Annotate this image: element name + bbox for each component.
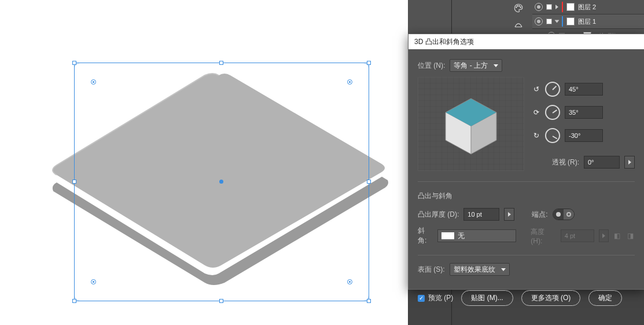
rotate-x-value[interactable]: 45° — [565, 83, 603, 96]
check-icon: ✓ — [418, 295, 425, 302]
resize-handle[interactable] — [72, 299, 76, 303]
resize-handle[interactable] — [219, 61, 223, 65]
ok-button[interactable]: 确定 — [588, 290, 622, 306]
rotate-z-dial[interactable] — [545, 128, 560, 143]
surface-section: 表面 (S): 塑料效果底纹 — [418, 255, 635, 277]
svg-point-2 — [519, 6, 520, 7]
cap-toggle[interactable] — [553, 209, 575, 220]
panel-icon-strip — [509, 0, 530, 32]
resize-handle[interactable] — [72, 180, 76, 184]
3d-rotation-preview[interactable] — [418, 77, 524, 171]
preview-cube-icon — [436, 89, 506, 159]
rotate-x-dial[interactable] — [545, 82, 560, 97]
extrude-section-title: 凸出与斜角 — [418, 191, 452, 201]
rotate-z-value[interactable]: -30° — [565, 129, 603, 142]
rotate-y-value[interactable]: 35° — [565, 106, 603, 119]
position-label: 位置 (N): — [418, 61, 445, 71]
position-select[interactable]: 等角 - 上方 — [450, 59, 502, 72]
rotate-y-dial[interactable] — [545, 105, 560, 120]
extrude-depth-label: 凸出厚度 (D): — [418, 210, 459, 220]
corner-radius-anchor[interactable] — [347, 79, 352, 85]
bevel-in-icon: ◧ — [613, 231, 622, 240]
position-row: 位置 (N): 等角 - 上方 — [418, 57, 635, 74]
resize-handle[interactable] — [72, 61, 76, 65]
bevel-height-stepper — [599, 229, 609, 242]
palette-icon[interactable] — [509, 0, 528, 16]
perspective-label: 透视 (R): — [552, 158, 579, 167]
map-art-button[interactable]: 贴图 (M)... — [461, 290, 513, 306]
rotate-x-row: ↺ 45° — [532, 82, 635, 97]
layer-thumbnail — [566, 3, 575, 11]
shape-tool-icon[interactable] — [509, 16, 528, 32]
corner-radius-anchor[interactable] — [347, 279, 352, 284]
preview-checkbox[interactable]: ✓ 预览 (P) — [418, 293, 453, 303]
perspective-stepper[interactable] — [624, 156, 635, 169]
rotate-horizontal-icon: ↺ — [532, 85, 540, 93]
corner-radius-anchor[interactable] — [91, 79, 96, 85]
bevel-height-group: 高度 (H): 4 pt ◧ ◨ — [531, 227, 635, 245]
selection-indicator — [546, 19, 552, 24]
surface-value: 塑料效果底纹 — [454, 265, 495, 275]
layer-name: 图层 2 — [578, 3, 596, 12]
chevron-down-icon — [494, 64, 498, 67]
svg-point-1 — [517, 6, 518, 7]
layer-row[interactable]: 图层 2 — [532, 0, 644, 14]
visibility-toggle-icon[interactable] — [535, 17, 543, 25]
bevel-label: 斜角: — [418, 226, 433, 246]
rotate-y-row: ⟳ 35° — [532, 105, 635, 120]
dialog-title: 3D 凸出和斜角选项 — [414, 37, 474, 47]
bevel-select[interactable]: 无 — [437, 229, 516, 242]
svg-point-0 — [516, 7, 517, 8]
bevel-value: 无 — [458, 231, 465, 241]
collapse-icon[interactable] — [555, 20, 560, 23]
preview-label: 预览 (P) — [428, 293, 453, 303]
selection-indicator — [546, 4, 552, 10]
chevron-down-icon — [501, 268, 506, 271]
resize-handle[interactable] — [367, 299, 371, 303]
artboard[interactable] — [0, 0, 408, 325]
bevel-height-label: 高度 (H): — [531, 227, 556, 245]
cap-label: 端点: — [532, 210, 547, 220]
svg-point-3 — [520, 7, 521, 8]
surface-label: 表面 (S): — [418, 265, 445, 275]
surface-select[interactable]: 塑料效果底纹 — [450, 263, 510, 276]
rotate-vertical-icon: ⟳ — [532, 108, 540, 116]
resize-handle[interactable] — [367, 61, 371, 65]
extrude-depth-input[interactable]: 10 pt — [463, 208, 499, 221]
resize-handle[interactable] — [367, 180, 371, 184]
layer-thumbnail — [566, 17, 575, 25]
expand-icon[interactable] — [555, 5, 558, 9]
dialog-titlebar[interactable]: 3D 凸出和斜角选项 — [409, 34, 644, 49]
cap-solid-option[interactable] — [553, 209, 564, 220]
visibility-toggle-icon[interactable] — [535, 3, 543, 11]
perspective-value[interactable]: 0° — [584, 156, 620, 169]
layer-color-bar — [562, 16, 563, 27]
selection-bounding-box[interactable] — [74, 63, 369, 301]
bevel-out-icon: ◨ — [626, 231, 635, 240]
3d-extrude-bevel-dialog[interactable]: 3D 凸出和斜角选项 位置 (N): 等角 - 上方 — [408, 34, 644, 290]
layer-color-bar — [562, 2, 563, 12]
dialog-button-row: ✓ 预览 (P) 贴图 (M)... 更多选项 (O) 确定 — [418, 290, 635, 306]
corner-radius-anchor[interactable] — [91, 279, 96, 284]
extrude-bevel-section: 凸出与斜角 凸出厚度 (D): 10 pt 端点: 斜角: 无 — [418, 181, 635, 246]
more-options-button[interactable]: 更多选项 (O) — [521, 290, 581, 306]
layer-row[interactable]: 图层 1 — [532, 14, 644, 29]
rotate-z-icon: ↻ — [532, 132, 540, 140]
cap-hollow-option[interactable] — [564, 209, 574, 220]
position-value: 等角 - 上方 — [454, 61, 488, 71]
resize-handle[interactable] — [219, 299, 223, 303]
extrude-depth-stepper[interactable] — [504, 208, 514, 221]
rotate-z-row: ↻ -30° — [532, 128, 635, 143]
selection-center — [219, 180, 223, 184]
layer-name: 图层 1 — [578, 17, 596, 26]
perspective-row: 透视 (R): 0° — [532, 156, 635, 169]
bevel-height-input: 4 pt — [561, 229, 594, 242]
bevel-thumbnail — [441, 232, 454, 239]
